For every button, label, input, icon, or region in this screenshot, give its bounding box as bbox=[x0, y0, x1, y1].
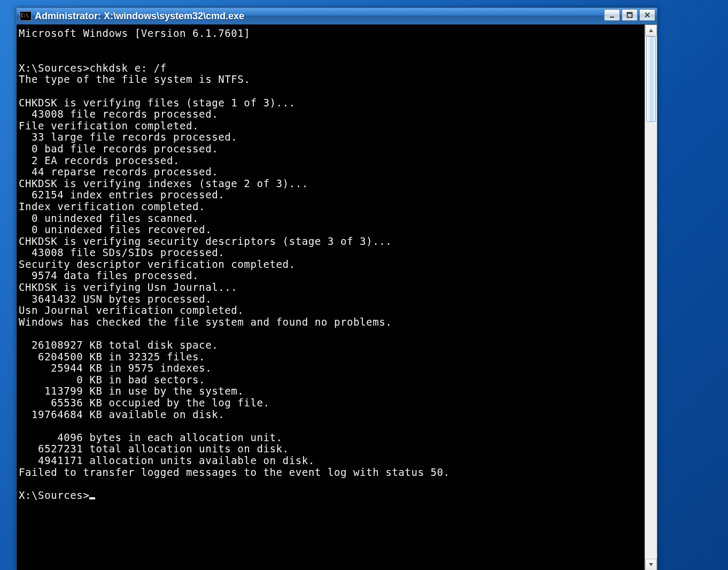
close-button[interactable] bbox=[639, 9, 655, 21]
svg-marker-6 bbox=[649, 563, 653, 566]
console-output[interactable]: Microsoft Windows [Version 6.1.7601] X:\… bbox=[17, 25, 645, 570]
scroll-up-button[interactable] bbox=[645, 25, 657, 36]
scroll-down-button[interactable] bbox=[645, 559, 657, 570]
window-titlebar[interactable]: Administrator: X:\windows\system32\cmd.e… bbox=[17, 8, 657, 25]
svg-marker-5 bbox=[649, 29, 653, 32]
cmd-window: Administrator: X:\windows\system32\cmd.e… bbox=[16, 7, 657, 570]
scroll-track[interactable] bbox=[645, 36, 657, 559]
window-title: Administrator: X:\windows\system32\cmd.e… bbox=[35, 11, 604, 22]
minimize-button[interactable] bbox=[604, 9, 620, 21]
window-controls bbox=[604, 8, 657, 24]
scroll-thumb[interactable] bbox=[646, 36, 656, 122]
vertical-scrollbar[interactable] bbox=[645, 25, 657, 570]
window-client-area: Microsoft Windows [Version 6.1.7601] X:\… bbox=[17, 25, 657, 570]
text-cursor bbox=[89, 497, 95, 499]
maximize-button[interactable] bbox=[622, 9, 638, 21]
cmd-icon bbox=[20, 11, 32, 21]
